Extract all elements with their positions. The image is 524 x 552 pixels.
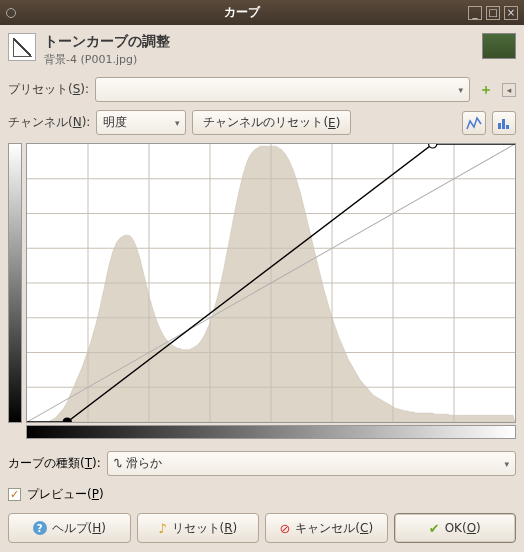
reset-button[interactable]: ♪ リセット(R) — [137, 513, 260, 543]
preset-dropdown[interactable]: ▾ — [95, 77, 470, 102]
curve-type-value: 滑らか — [126, 456, 162, 470]
preset-row: プリセット(S): ▾ ＋ ◂ — [8, 77, 516, 102]
window-title: カーブ — [20, 4, 464, 21]
dialog-title: トーンカーブの調整 — [44, 33, 474, 51]
preview-label: プレビュー(P) — [27, 486, 104, 503]
channel-reset-button[interactable]: チャンネルのリセット(E) — [192, 110, 351, 135]
help-icon: ? — [33, 521, 47, 535]
preset-menu-button[interactable]: ◂ — [502, 83, 516, 97]
svg-rect-2 — [506, 125, 509, 129]
dialog-header: トーンカーブの調整 背景-4 (P001.jpg) — [8, 33, 516, 67]
svg-rect-1 — [502, 119, 505, 129]
preview-checkbox[interactable]: ✓ — [8, 488, 21, 501]
maximize-button[interactable]: □ — [486, 6, 500, 20]
svg-rect-0 — [498, 123, 501, 129]
svg-point-18 — [63, 418, 71, 422]
channel-dropdown[interactable]: 明度 ▾ — [96, 110, 186, 135]
curve-type-dropdown[interactable]: ᔐ 滑らか ▾ — [107, 451, 516, 476]
preview-row: ✓ プレビュー(P) — [8, 486, 516, 503]
help-button[interactable]: ? ヘルプ(H) — [8, 513, 131, 543]
layer-preview-thumbnail — [482, 33, 516, 59]
curve-plot[interactable] — [26, 143, 516, 423]
cancel-icon: ⊘ — [279, 521, 290, 536]
histogram-log-icon — [496, 115, 512, 131]
preset-label: プリセット(S): — [8, 81, 89, 98]
reset-icon: ♪ — [158, 521, 166, 536]
histogram-linear-icon — [466, 115, 482, 131]
ok-icon: ✔ — [429, 521, 440, 536]
curve-type-label: カーブの種類(T): — [8, 455, 101, 472]
chevron-down-icon: ▾ — [504, 459, 509, 469]
plus-icon: ＋ — [479, 81, 493, 99]
close-button[interactable]: × — [504, 6, 518, 20]
smooth-curve-icon: ᔐ — [114, 457, 122, 470]
channel-row: チャンネル(N): 明度 ▾ チャンネルのリセット(E) — [8, 110, 516, 135]
channel-value: 明度 — [103, 114, 127, 131]
histogram-linear-button[interactable] — [462, 111, 486, 135]
minimize-button[interactable]: _ — [468, 6, 482, 20]
curves-tool-icon — [8, 33, 36, 61]
window-menu-icon[interactable] — [6, 8, 16, 18]
channel-label: チャンネル(N): — [8, 114, 90, 131]
input-gradient — [26, 425, 516, 439]
add-preset-button[interactable]: ＋ — [476, 80, 496, 100]
dialog-subtitle: 背景-4 (P001.jpg) — [44, 52, 474, 67]
cancel-button[interactable]: ⊘ キャンセル(C) — [265, 513, 388, 543]
output-gradient — [8, 143, 22, 423]
curve-type-row: カーブの種類(T): ᔐ 滑らか ▾ — [8, 451, 516, 476]
chevron-down-icon: ▾ — [175, 118, 180, 128]
chevron-down-icon: ▾ — [458, 85, 463, 95]
histogram-log-button[interactable] — [492, 111, 516, 135]
titlebar: カーブ _ □ × — [0, 0, 524, 25]
action-buttons: ? ヘルプ(H) ♪ リセット(R) ⊘ キャンセル(C) ✔ OK(O) — [8, 513, 516, 543]
svg-point-19 — [429, 144, 437, 148]
ok-button[interactable]: ✔ OK(O) — [394, 513, 517, 543]
